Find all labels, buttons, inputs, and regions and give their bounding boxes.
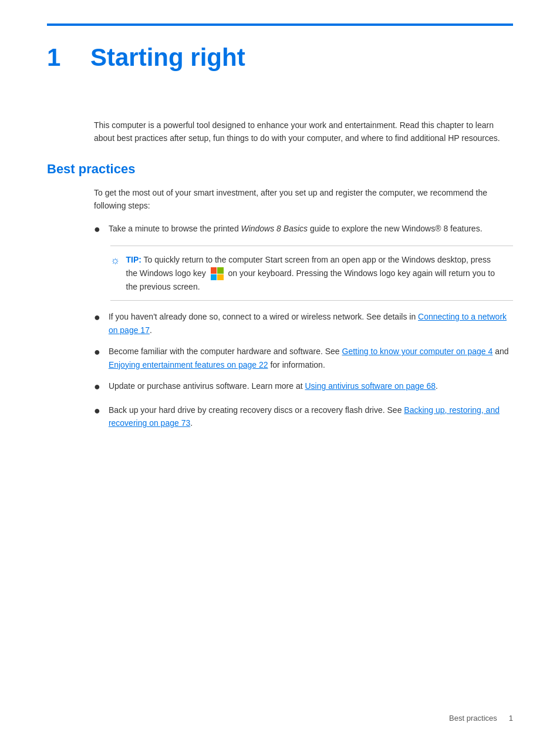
bullet-text: Become familiar with the computer hardwa… — [109, 345, 513, 371]
bullet-dot: ● — [94, 378, 100, 395]
list-item: ● Back up your hard drive by creating re… — [94, 404, 513, 430]
chapter-header: 1 Starting right — [47, 43, 513, 72]
bullet-dot: ● — [94, 344, 100, 361]
section-heading: Best practices — [47, 162, 513, 177]
section-intro: To get the most out of your smart invest… — [94, 186, 513, 213]
enjoying-entertainment-link[interactable]: Enjoying entertainment features on page … — [109, 360, 268, 369]
bullet1-italic: Windows 8 Basics — [241, 224, 308, 233]
bullet-text: Back up your hard drive by creating reco… — [109, 404, 513, 430]
chapter-number: 1 — [47, 43, 76, 72]
tip-box: ☼ TIP: To quickly return to the computer… — [110, 246, 513, 301]
bullet2-text: If you haven't already done so, connect … — [109, 312, 418, 321]
bullet5-text-after: . — [190, 418, 193, 428]
bullet-text: Update or purchase antivirus software. L… — [109, 379, 513, 392]
bullet-dot: ● — [94, 221, 100, 238]
chapter-title: Starting right — [90, 43, 245, 72]
intro-paragraph: This computer is a powerful tool designe… — [94, 119, 513, 145]
win-logo-grid — [211, 267, 224, 280]
list-item: ● If you haven't already done so, connec… — [94, 310, 513, 337]
bullet5-text: Back up your hard drive by creating reco… — [109, 405, 404, 415]
bullet4-text-after: . — [436, 381, 438, 391]
list-item: ● Take a minute to browse the printed Wi… — [94, 222, 513, 238]
bullet1-text-after: guide to explore the new Windows® 8 feat… — [308, 224, 482, 233]
tip-container: ☼ TIP: To quickly return to the computer… — [94, 246, 513, 301]
bullet2-text-after: . — [150, 325, 152, 335]
list-item: ● Update or purchase antivirus software.… — [94, 379, 513, 395]
bullet1-text-before: Take a minute to browse the printed — [109, 224, 241, 233]
bullet4-text: Update or purchase antivirus software. L… — [109, 381, 305, 391]
page: 1 Starting right This computer is a powe… — [0, 0, 560, 746]
bullet-text: Take a minute to browse the printed Wind… — [109, 222, 513, 235]
tip-lightbulb-icon: ☼ — [110, 253, 120, 268]
getting-to-know-link[interactable]: Getting to know your computer on page 4 — [342, 347, 493, 356]
footer-section-label: Best practices — [449, 714, 497, 723]
bullet3-text-middle: and — [492, 347, 508, 356]
tip-label: TIP: — [126, 255, 141, 264]
bullet-list: ● Take a minute to browse the printed Wi… — [94, 222, 513, 430]
bullet3-text-after: for information. — [268, 360, 325, 369]
list-item: ● Become familiar with the computer hard… — [94, 345, 513, 371]
footer-page-number: 1 — [509, 714, 513, 723]
bullet-dot: ● — [94, 309, 100, 326]
antivirus-link[interactable]: Using antivirus software on page 68 — [305, 381, 436, 391]
tip-content: TIP: To quickly return to the computer S… — [126, 253, 504, 293]
page-footer: Best practices 1 — [449, 714, 513, 723]
bullet-dot: ● — [94, 402, 100, 419]
bullet-text: If you haven't already done so, connect … — [109, 310, 513, 337]
windows-logo-icon — [211, 267, 224, 280]
bullet3-text: Become familiar with the computer hardwa… — [109, 347, 342, 356]
top-border — [47, 23, 513, 26]
